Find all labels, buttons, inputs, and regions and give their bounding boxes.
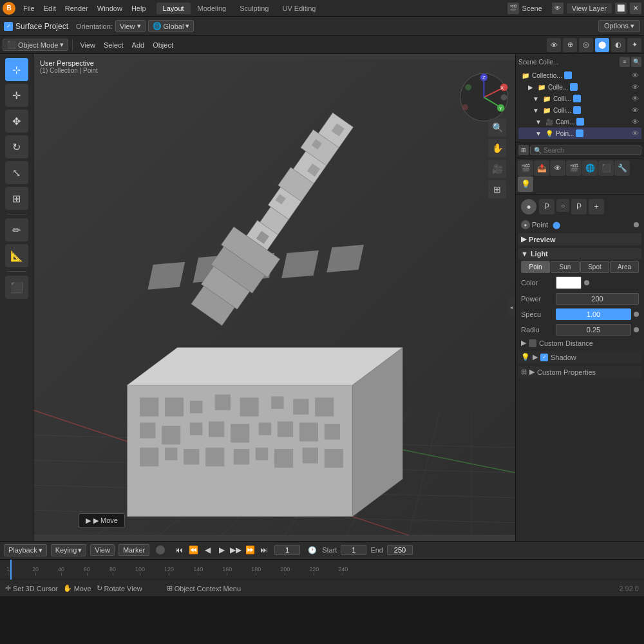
outliner-vis-5[interactable] (576, 129, 583, 137)
view-menu[interactable]: View (77, 40, 99, 50)
mode-dropdown[interactable]: ⬛ Object Mode ▾ (3, 39, 68, 51)
select-menu[interactable]: Select (100, 40, 127, 50)
tab-sculpting[interactable]: Sculpting (233, 3, 275, 14)
shadow-row[interactable]: 💡 ▶ ✓ Shadow (518, 351, 641, 363)
toggle-projection[interactable]: ⊞ (488, 180, 506, 198)
object-menu[interactable]: Object (149, 40, 176, 50)
outliner-item-4[interactable]: ▼ 🎥 Cam... 👁 (518, 116, 641, 128)
scene-icon[interactable]: 🎬 (507, 3, 519, 14)
scene-checkbox[interactable]: ✓ (4, 22, 13, 31)
tool-select[interactable]: ⊹ (5, 58, 28, 81)
outliner-vis-0[interactable] (564, 71, 572, 79)
maximize-icon[interactable]: ⬜ (615, 3, 627, 14)
outliner-eye-4[interactable]: 👁 (632, 118, 639, 126)
tab-layout[interactable]: Layout (156, 3, 191, 14)
outliner-item-1[interactable]: ▶ 📁 Colle... 👁 (518, 81, 641, 93)
tool-move[interactable]: ✥ (5, 109, 28, 133)
light-type-point[interactable]: Poin (521, 261, 550, 273)
prop-tab-viewlayer[interactable]: 👁 (550, 160, 565, 176)
play-btn[interactable]: ▶ (215, 544, 228, 556)
menu-help[interactable]: Help (128, 3, 150, 14)
prop-tab-modifier[interactable]: 🔧 (614, 160, 630, 176)
menu-edit[interactable]: Edit (40, 3, 60, 14)
outliner-vis-1[interactable] (570, 83, 578, 91)
light-type-area[interactable]: Area (610, 261, 639, 273)
shadow-checkbox[interactable]: ✓ (540, 354, 548, 361)
outliner-filter[interactable]: ≡ (620, 57, 630, 67)
outliner-eye-3[interactable]: 👁 (632, 106, 639, 114)
outliner-vis-4[interactable] (576, 118, 584, 126)
tool-cursor[interactable]: ✛ (5, 84, 28, 107)
light-type-sun[interactable]: Sun (551, 261, 580, 273)
orbit-btn[interactable]: 🎥 (488, 160, 506, 178)
prop-header-icon[interactable]: ⊞ (518, 145, 529, 155)
close-icon[interactable]: ✕ (630, 3, 641, 14)
outliner-eye-0[interactable]: 👁 (632, 71, 639, 79)
prop-tab-world[interactable]: 🌐 (582, 160, 598, 176)
add-menu[interactable]: Add (129, 40, 148, 50)
tab-uv-editing[interactable]: UV Editing (276, 3, 322, 14)
current-frame-input[interactable]: 1 (274, 545, 300, 555)
outliner-eye-2[interactable]: 👁 (632, 95, 639, 102)
prop-tab-scene[interactable]: 🎬 (566, 160, 582, 176)
color-swatch[interactable] (556, 276, 582, 289)
end-frame-input[interactable]: 250 (387, 545, 413, 555)
point-dropdown[interactable]: Point ⬤ (532, 221, 632, 229)
outliner-item-2[interactable]: ▼ 📁 Colli... 👁 (518, 93, 641, 104)
view-layer-icon[interactable]: 👁 (552, 3, 564, 14)
radius-value[interactable]: 0.25 (556, 324, 631, 336)
keying-dropdown[interactable]: Keying ▾ (51, 544, 87, 556)
prop-search-bar[interactable]: 🔍 (530, 146, 641, 155)
tool-scale[interactable]: ⤡ (5, 161, 28, 184)
collapse-right[interactable]: ◂ (507, 298, 515, 317)
tool-transform[interactable]: ⊞ (5, 187, 28, 210)
tool-annotate[interactable]: ✏ (5, 218, 28, 242)
power-value[interactable]: 200 (556, 293, 639, 305)
timeline-ruler[interactable]: 1 20 40 60 80 100 120 140 (0, 560, 644, 580)
viewport[interactable]: User Perspective (1) Collection | Point (33, 54, 515, 541)
playback-dropdown[interactable]: Playback ▾ (4, 544, 47, 556)
viewport-overlay[interactable]: ⊕ (563, 38, 577, 52)
prop-tab-render[interactable]: 🎬 (518, 160, 533, 176)
prop-search-input[interactable] (544, 147, 595, 154)
outliner-vis-3[interactable] (573, 106, 581, 114)
outliner-item-3[interactable]: ▼ 📁 Colli... 👁 (518, 104, 641, 116)
prev-frame-btn[interactable]: ⏪ (187, 544, 200, 556)
xray-toggle[interactable]: ◎ (579, 38, 593, 52)
custom-distance-row[interactable]: ▶ Custom Distance (518, 337, 641, 348)
custom-props-row[interactable]: ⊞ ▶ Custom Properties (518, 366, 641, 378)
light-type-spot[interactable]: Spot (580, 261, 609, 273)
tool-measure[interactable]: 📐 (5, 244, 28, 267)
menu-file[interactable]: File (19, 3, 39, 14)
render-shading[interactable]: ✦ (627, 38, 641, 52)
marker-dropdown[interactable]: Marker (118, 544, 149, 556)
prop-tab-object[interactable]: ⬛ (598, 160, 614, 176)
prop-P-tab[interactable]: P (539, 199, 554, 214)
prev-keyframe-btn[interactable]: ◀ (201, 544, 214, 556)
zoom-btn[interactable]: 🔍 (488, 118, 506, 137)
prop-P2-tab[interactable]: P (571, 199, 587, 214)
timeline-view-dropdown[interactable]: View (90, 544, 115, 556)
transform-dropdown[interactable]: 🌐 Global ▾ (148, 20, 194, 32)
options-button[interactable]: Options ▾ (598, 20, 640, 32)
outliner-search[interactable]: 🔍 (631, 57, 641, 67)
outliner-eye-1[interactable]: 👁 (632, 83, 639, 91)
jump-start-btn[interactable]: ⏮ (173, 544, 185, 556)
outliner-item-0[interactable]: 📁 Collectio... 👁 (518, 70, 641, 81)
material-shading[interactable]: ◐ (611, 38, 625, 52)
specu-value[interactable]: 1.00 (556, 308, 631, 320)
tab-modeling[interactable]: Modeling (191, 3, 233, 14)
start-frame-input[interactable]: 1 (341, 545, 366, 555)
prop-tab-objectdata[interactable]: 💡 (518, 176, 533, 192)
menu-render[interactable]: Render (61, 3, 92, 14)
outliner-vis-2[interactable] (573, 95, 581, 102)
light-title[interactable]: ▼ Light (518, 248, 641, 260)
preview-title[interactable]: ▶ Preview (518, 233, 641, 245)
pan-btn[interactable]: ✋ (488, 139, 506, 157)
outliner-item-5[interactable]: ▼ 💡 Poin... 👁 (518, 128, 641, 139)
viewport-shading-solid[interactable]: 👁 (547, 38, 561, 52)
menu-window[interactable]: Window (93, 3, 126, 14)
solid-shading[interactable]: ⬤ (595, 38, 609, 52)
orientation-dropdown[interactable]: View ▾ (115, 20, 146, 32)
tool-add[interactable]: ⬛ (5, 276, 28, 299)
